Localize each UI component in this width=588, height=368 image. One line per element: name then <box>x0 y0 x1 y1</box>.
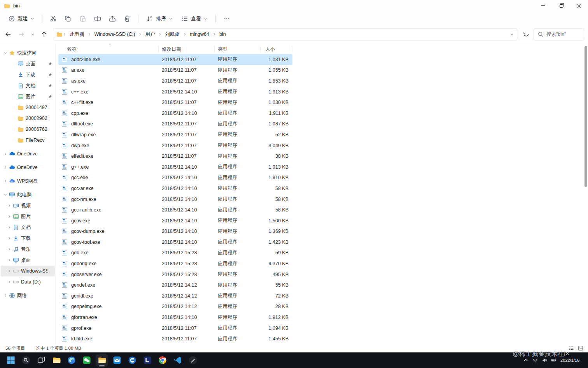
file-explorer-active-button[interactable] <box>96 354 108 366</box>
g++.exe[interactable]: g++.exe 2018/5/12 14:10 应用程序 1,913 KB <box>58 162 292 173</box>
delete-button[interactable] <box>120 12 134 25</box>
breadcrumb-item[interactable]: Windows-SSD (C:) <box>88 30 138 38</box>
addr2line.exe[interactable]: addr2line.exe 2018/5/12 11:07 应用程序 1,031… <box>58 54 292 65</box>
pen-app-button[interactable] <box>187 354 199 366</box>
sidebar-item[interactable]: 快速访问 <box>1 48 55 58</box>
sidebar-item[interactable]: WPS网盘 <box>1 176 55 187</box>
gcov.exe[interactable]: gcov.exe 2018/5/12 14:10 应用程序 1,500 KB <box>58 215 292 226</box>
dllwrap.exe[interactable]: dllwrap.exe 2018/5/12 11:07 应用程序 52 KB <box>58 129 292 140</box>
up-button[interactable] <box>38 28 50 40</box>
chevR-icon[interactable] <box>6 279 12 285</box>
minimize-button[interactable] <box>534 0 552 12</box>
column-header-date[interactable]: 修改日期 <box>159 46 215 52</box>
genpeimg.exe[interactable]: genpeimg.exe 2018/5/12 14:12 应用程序 28 KB <box>58 301 292 312</box>
more-options-button[interactable] <box>220 12 234 25</box>
chevR-icon[interactable] <box>6 224 12 231</box>
sidebar-item[interactable]: 音乐 <box>1 244 55 255</box>
chevD-icon[interactable] <box>2 50 9 56</box>
wechat-button[interactable] <box>80 354 93 366</box>
chevR-icon[interactable] <box>6 268 12 274</box>
c++filt.exe[interactable]: c++filt.exe 2018/5/12 11:07 应用程序 1,030 K… <box>58 97 292 108</box>
search-box[interactable]: 搜索"bin" <box>534 28 584 40</box>
chevD-icon[interactable] <box>2 192 9 198</box>
gcov-dump.exe[interactable]: gcov-dump.exe 2018/5/12 14:10 应用程序 1,369… <box>58 226 292 237</box>
restore-button[interactable] <box>552 0 570 12</box>
volume-icon[interactable] <box>542 357 547 363</box>
sidebar-item[interactable]: 2000676283 <box>1 124 55 135</box>
cut-button[interactable] <box>46 12 60 25</box>
genidl.exe[interactable]: genidl.exe 2018/5/12 14:12 应用程序 72 KB <box>58 291 292 301</box>
chevR-icon[interactable] <box>2 178 9 184</box>
sidebar-item[interactable]: 下载 <box>1 233 55 244</box>
chevR-icon[interactable] <box>6 246 12 252</box>
file-explorer-button[interactable] <box>50 354 62 366</box>
start-button[interactable] <box>5 354 17 366</box>
sidebar-item[interactable]: 此电脑 <box>1 189 55 200</box>
sidebar-item[interactable]: OneDrive <box>1 162 55 173</box>
chevR-icon[interactable] <box>6 235 12 241</box>
gdb.exe[interactable]: gdb.exe 2018/5/12 15:28 应用程序 59 KB <box>58 248 292 259</box>
share-button[interactable] <box>105 12 119 25</box>
sidebar-item[interactable]: Windows-SSD (C:) <box>1 266 55 276</box>
breadcrumb-item[interactable]: mingw64 <box>183 30 212 38</box>
vertical-scrollbar[interactable] <box>584 45 587 343</box>
edge-button[interactable] <box>65 354 77 366</box>
taskbar-search-button[interactable] <box>20 354 32 366</box>
sort-button[interactable]: 排序 <box>142 12 177 25</box>
gcov-tool.exe[interactable]: gcov-tool.exe 2018/5/12 14:10 应用程序 1,423… <box>58 237 292 248</box>
cpp.exe[interactable]: cpp.exe 2018/5/12 14:10 应用程序 1,911 KB <box>58 108 292 119</box>
gcc-ranlib.exe[interactable]: gcc-ranlib.exe 2018/5/12 14:10 应用程序 58 K… <box>58 204 292 215</box>
ar.exe[interactable]: ar.exe 2018/5/12 11:07 应用程序 1,055 KB <box>58 65 292 76</box>
gcc.exe[interactable]: gcc.exe 2018/5/12 14:10 应用程序 1,910 KB <box>58 173 292 183</box>
breadcrumb-bar[interactable]: 此电脑 Windows-SSD (C:) 用户 刘凯旋 mingw64 bin <box>53 28 517 40</box>
chevR-icon[interactable] <box>6 213 12 220</box>
sidebar-item[interactable]: Data (D:) <box>1 276 55 287</box>
gfortran.exe[interactable]: gfortran.exe 2018/5/12 14:10 应用程序 1,912 … <box>58 312 292 323</box>
chrome-button[interactable] <box>156 354 168 366</box>
large-icons-view-button[interactable] <box>577 345 585 352</box>
paste-button[interactable] <box>76 12 90 25</box>
details-view-button[interactable] <box>568 345 576 352</box>
sidebar-item[interactable]: 2000290296 <box>1 113 55 124</box>
chevR-icon[interactable] <box>6 202 12 209</box>
breadcrumb-item[interactable]: 用户 <box>138 30 158 39</box>
sidebar-item[interactable]: 桌面 <box>1 255 55 266</box>
chevR-icon[interactable] <box>6 257 12 263</box>
sidebar-item[interactable]: 图片 <box>1 211 55 222</box>
vscode-button[interactable] <box>172 354 184 366</box>
column-header-name[interactable]: 名称 <box>58 46 159 52</box>
view-button[interactable]: 查看 <box>177 12 212 25</box>
address-dropdown-icon[interactable] <box>510 32 514 36</box>
sidebar-item[interactable]: FileRecv <box>1 135 55 146</box>
close-button[interactable] <box>570 0 588 12</box>
battery-icon[interactable] <box>551 357 556 363</box>
copy-button[interactable] <box>61 12 75 25</box>
column-header-type[interactable]: 类型 <box>215 46 261 52</box>
gendef.exe[interactable]: gendef.exe 2018/5/12 14:12 应用程序 55 KB <box>58 280 292 291</box>
ld.bfd.exe[interactable]: ld.bfd.exe 2018/5/12 11:07 应用程序 1,455 KB <box>58 333 292 344</box>
chevR-icon[interactable] <box>2 292 9 299</box>
breadcrumb-item[interactable]: bin <box>212 30 229 38</box>
back-button[interactable] <box>2 28 14 40</box>
sidebar-item[interactable]: 网络 <box>1 290 55 301</box>
recent-locations-button[interactable] <box>29 28 37 40</box>
gdborig.exe[interactable]: gdborig.exe 2018/5/12 15:28 应用程序 9,370 K… <box>58 258 292 269</box>
refresh-button[interactable] <box>520 28 532 40</box>
new-button[interactable]: 新建 <box>5 12 38 25</box>
hidden-icons-chevron-icon[interactable] <box>523 357 528 363</box>
breadcrumb-item[interactable]: 刘凯旋 <box>158 30 183 39</box>
as.exe[interactable]: as.exe 2018/5/12 11:07 应用程序 1,853 KB <box>58 76 292 86</box>
gcc-ar.exe[interactable]: gcc-ar.exe 2018/5/12 14:10 应用程序 58 KB <box>58 183 292 194</box>
dlltool.exe[interactable]: dlltool.exe 2018/5/12 11:07 应用程序 1,087 K… <box>58 119 292 130</box>
browser-button[interactable] <box>126 354 138 366</box>
sidebar-item[interactable]: 文档 <box>1 80 55 91</box>
scrollbar-thumb[interactable] <box>584 46 587 187</box>
breadcrumb-item[interactable]: 此电脑 <box>63 30 88 39</box>
search-input[interactable]: 搜索"bin" <box>546 31 566 38</box>
wifi-icon[interactable] <box>532 357 538 363</box>
chevR-icon[interactable] <box>2 151 9 157</box>
sidebar-item[interactable]: 下载 <box>1 69 55 80</box>
sidebar-item[interactable]: 图片 <box>1 91 55 102</box>
clock-date[interactable]: 2022/1/16 <box>560 358 579 363</box>
sidebar-item[interactable]: 视频 <box>1 200 55 211</box>
